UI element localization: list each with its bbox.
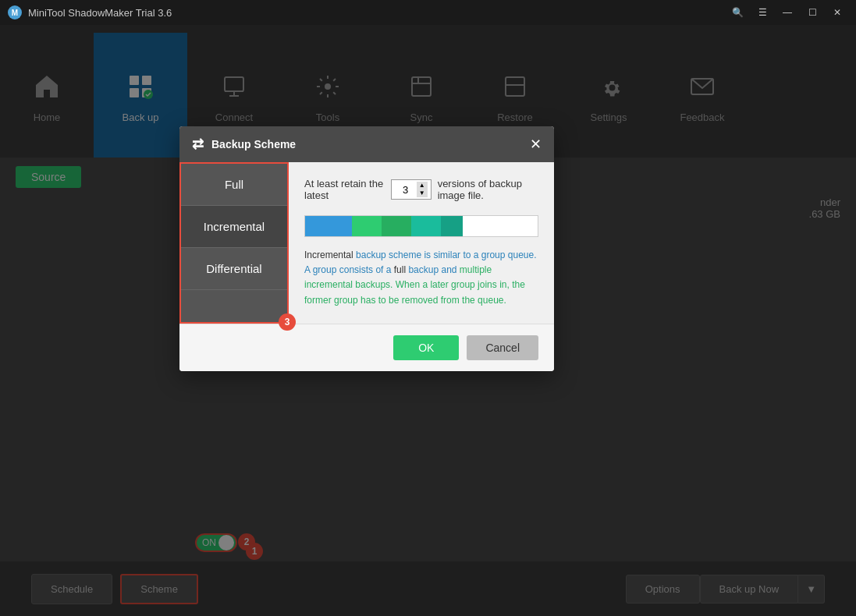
modal-title: Backup Scheme [211,138,296,150]
app-title: MiniTool ShadowMaker Trial 3.6 [28,7,172,19]
scheme-desc-blue2: backup and [408,264,459,275]
app-container: Home Back up Connect [0,25,856,616]
ok-button[interactable]: OK [393,335,459,360]
modal-scheme-icon: ⇄ [192,136,204,153]
bar-inc4 [441,216,463,236]
bar-inc2 [382,216,411,236]
retain-input-wrap[interactable]: ▲ ▼ [391,179,432,200]
modal-close-button[interactable]: ✕ [530,137,542,151]
bar-inc1 [352,216,382,236]
scheme-sidebar: Full Incremental Differential 3 [179,162,289,324]
retain-value-input[interactable] [395,184,417,196]
scheme-option-incremental[interactable]: Incremental [181,206,287,248]
scheme-content: At least retain the latest ▲ ▼ versions … [289,162,554,324]
backup-scheme-modal: ⇄ Backup Scheme ✕ Full Incremental Diffe… [179,126,554,371]
scheme-option-differential[interactable]: Differential [181,248,287,290]
retain-text-2: versions of backup image file. [438,178,538,201]
scheme-visual-bar [304,215,538,237]
retain-row: At least retain the latest ▲ ▼ versions … [304,178,538,201]
retain-decrement[interactable]: ▼ [417,189,428,197]
scheme-option-full[interactable]: Full [181,164,287,206]
close-button[interactable]: ✕ [826,5,848,20]
search-button[interactable]: 🔍 [726,5,748,20]
scheme-desc-text1: Incremental [304,250,356,260]
title-bar: M MiniTool ShadowMaker Trial 3.6 🔍 ☰ — ☐… [0,0,856,25]
bar-full [305,216,352,236]
modal-header-left: ⇄ Backup Scheme [192,136,296,153]
title-bar-left: M MiniTool ShadowMaker Trial 3.6 [8,5,172,19]
modal-overlay: ⇄ Backup Scheme ✕ Full Incremental Diffe… [0,25,856,616]
title-bar-controls: 🔍 ☰ — ☐ ✕ [726,5,848,20]
badge-3: 3 [279,313,296,331]
modal-header: ⇄ Backup Scheme ✕ [179,126,554,162]
modal-footer: OK Cancel [179,324,554,371]
retain-spinners: ▲ ▼ [417,182,428,197]
bar-empty [463,216,538,236]
scheme-description: Incremental backup scheme is similar to … [304,248,538,308]
cancel-button[interactable]: Cancel [467,335,538,360]
retain-increment[interactable]: ▲ [417,182,428,189]
retain-text-1: At least retain the latest [304,178,385,201]
minimize-button[interactable]: — [776,5,798,20]
menu-button[interactable]: ☰ [751,5,773,20]
app-logo: M [8,5,22,19]
scheme-layout: Full Incremental Differential 3 At lea [179,162,554,324]
bar-inc3 [411,216,441,236]
maximize-button[interactable]: ☐ [801,5,823,20]
scheme-desc-text2: full [394,264,409,275]
